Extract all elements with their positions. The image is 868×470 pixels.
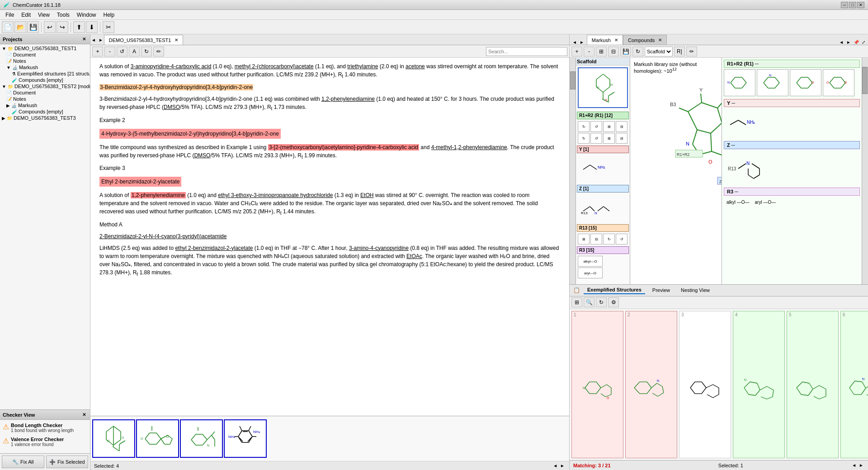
tab-compounds[interactable]: Compounds ✕ [623,35,667,45]
rg-section-y[interactable]: Y [1] [577,146,629,153]
tree-item-exstruct1[interactable]: ⚗ Exemplified structures [21 structu [1,70,89,77]
ex-struct-2[interactable]: 2 [625,311,677,458]
refresh-btn[interactable]: ↻ [141,47,152,56]
fit-right-2[interactable]: ⊟ [608,47,619,56]
rg-section-r13[interactable]: R13 [15] [577,224,629,232]
rg-struct[interactable]: ↺ [616,234,627,244]
structure-thumb-1[interactable]: N O [92,419,135,458]
tree-item-compounds1[interactable]: 🧪 Compounds [empty] [1,77,89,83]
rg-section-r3[interactable]: R3 [15] [577,246,629,254]
nav-left[interactable]: ◄ [90,38,97,42]
ex-struct-3[interactable]: 3 [679,311,731,458]
rg-struct[interactable]: ↻ [578,121,590,132]
minimize-button[interactable]: ─ [841,2,848,8]
close-button[interactable]: ✕ [857,2,864,8]
ex-struct-6[interactable]: 6 [840,311,868,458]
struct-nav-left[interactable]: ◄ [552,463,558,468]
rg-struct[interactable]: ↺ [590,121,602,132]
new-button[interactable]: 📄 [2,21,14,33]
save-right[interactable]: 💾 [620,47,631,56]
tree-item-markush1[interactable]: ▼ 🔬 Markush [1,64,89,70]
compound-link[interactable]: 3-aminopyridine-4-carboxylic acid [131,63,212,70]
compound-link[interactable]: DMSO [164,104,180,110]
menu-view[interactable]: View [34,11,53,19]
fit-btn[interactable]: ↺ [117,47,127,56]
ex-struct-1[interactable]: 1 [571,311,623,458]
compound-link[interactable]: triethylamine [347,63,378,70]
rg-struct[interactable]: ↻ [603,234,615,244]
checker-valence[interactable]: ⚠ Valence Error Checker 1 valence error … [3,437,87,447]
fit-right-1[interactable]: ⊞ [596,47,607,56]
markush-tab-close[interactable]: ✕ [614,38,618,42]
zoom-out-btn[interactable]: - [104,47,115,56]
tree-item-markush2[interactable]: ▶ 🔬 Markush [1,102,89,108]
zoom-out-right[interactable]: - [584,47,594,56]
tree-item-demo3[interactable]: ▶ 📁 DEMO_US6756383_TEST3 [1,115,89,121]
redo-button[interactable]: ↪ [57,21,68,33]
ex-settings-btn[interactable]: ⚙ [608,297,619,307]
rg-struct[interactable]: aryl—O [578,268,603,278]
doc-search-input[interactable] [486,47,567,56]
ex-table-btn[interactable]: ⊞ [571,297,582,307]
ex-struct-4[interactable]: 4 [733,311,785,458]
compound-link[interactable]: ethyl 2-benzimidazol-2-ylacetate [175,245,253,251]
rg-struct[interactable]: ⊟ [590,234,602,244]
rg-struct[interactable]: ↻ [578,133,590,144]
undo-button[interactable]: ↩ [44,21,56,33]
right-panel-pin[interactable]: 📌 [853,40,860,45]
fix-selected-button[interactable]: ➕ Fix Selected [46,456,89,468]
tools-button[interactable]: ✂ [103,21,114,33]
open-button[interactable]: 📂 [14,21,26,33]
tree-item-demo1[interactable]: ▼ 📁 DEMO_US6756383_TEST1 [1,45,89,52]
tab-nesting-view[interactable]: Nesting View [677,287,713,294]
compound-link[interactable]: DMSO [194,152,210,159]
ex-match-btn[interactable]: 🔍 [584,297,594,307]
tab-exemplified-structures[interactable]: Exemplified Structures [584,286,645,294]
rgroup-btn-1[interactable]: R| [674,47,685,56]
tree-item-document1[interactable]: 📄 Document [1,52,89,58]
scroll-thumb[interactable] [570,71,576,89]
rg-struct[interactable]: alkyl—O [578,256,603,267]
export2-button[interactable]: ⬇ [86,21,98,33]
edit-btn[interactable]: ✏ [153,47,164,56]
checker-panel-close[interactable]: ✕ [81,412,87,417]
rg-display-struct[interactable]: N [724,69,755,96]
zoom-in-btn[interactable]: + [92,47,103,56]
menu-window[interactable]: Window [73,11,100,19]
right-panel-expand[interactable]: ⤢ [861,40,866,45]
fix-all-button[interactable]: 🔧 Fix All [2,456,44,468]
tree-item-compounds2[interactable]: 🧪 Compounds [empty] [1,108,89,115]
checker-bond-length[interactable]: ⚠ Bond Length Checker 1 bond found with … [3,423,87,433]
right-nav-left[interactable]: ◄ [571,40,578,45]
rg-struct[interactable]: ⊞ [603,133,615,144]
structure-thumb-4[interactable]: NH₂ NH₂ [224,419,267,458]
projects-panel-close[interactable]: ✕ [81,37,87,42]
doc-tab-close[interactable]: ✕ [175,38,178,42]
right-panel-nav-1[interactable]: ◄ [838,40,844,45]
ex-nav-right[interactable]: ► [858,463,864,468]
right-nav-right[interactable]: ► [579,40,585,45]
ex-refresh-btn[interactable]: ↻ [596,297,607,307]
rg-section-r1r2[interactable]: R1+R2 (R1) [12] [577,112,629,119]
right-panel-nav-2[interactable]: ► [845,40,852,45]
compound-link[interactable]: 3-amino-4-cyanopyridine [349,245,409,251]
scaffold-box[interactable]: N N O [578,67,628,108]
rg-struct[interactable]: ⊟ [616,133,627,144]
scaffold-dropdown[interactable]: Scaffold [645,47,673,56]
refresh-right[interactable]: ↻ [632,47,643,56]
tab-preview[interactable]: Preview [649,287,674,294]
rg-display-struct[interactable]: O O [823,69,854,96]
tab-markush[interactable]: Markush ✕ [587,35,623,45]
menu-tools[interactable]: Tools [53,11,73,19]
compound-link[interactable]: 4-methyl-1,2-phenylenediamine [431,144,507,150]
compound-link[interactable]: methyl 2-(chlorocarbonyl)acetate [235,63,314,70]
doc-tab-active[interactable]: DEMO_US6756383_TEST1 ✕ [104,35,184,45]
tree-item-notes1[interactable]: 📝 Notes [1,58,89,64]
tree-item-notes2[interactable]: 📝 Notes [1,96,89,102]
menu-file[interactable]: File [2,11,18,19]
structure-thumb-3[interactable]: N [180,419,223,458]
maximize-button[interactable]: □ [849,2,856,8]
ex-struct-5[interactable]: 5 [787,311,839,458]
zoom-in-right[interactable]: + [571,47,582,56]
menu-help[interactable]: Help [100,11,118,19]
